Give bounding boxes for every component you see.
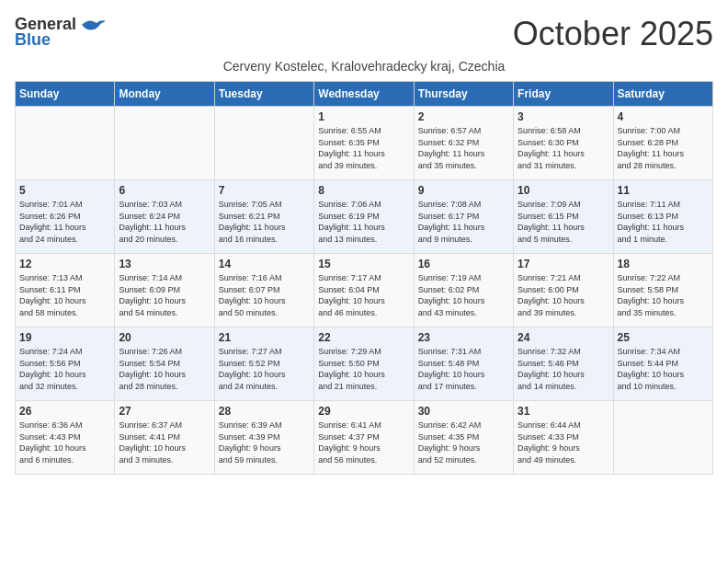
day-detail: Sunrise: 6:42 AM Sunset: 4:35 PM Dayligh… — [418, 419, 509, 465]
table-row: 2Sunrise: 6:57 AM Sunset: 6:32 PM Daylig… — [414, 107, 513, 180]
header-monday: Monday — [115, 82, 214, 107]
day-detail: Sunrise: 7:01 AM Sunset: 6:26 PM Dayligh… — [19, 199, 110, 245]
day-number: 7 — [219, 184, 310, 197]
table-row — [214, 107, 313, 180]
day-detail: Sunrise: 6:36 AM Sunset: 4:43 PM Dayligh… — [19, 419, 110, 465]
table-row: 27Sunrise: 6:37 AM Sunset: 4:41 PM Dayli… — [115, 401, 214, 475]
day-number: 16 — [418, 258, 509, 270]
table-row: 19Sunrise: 7:24 AM Sunset: 5:56 PM Dayli… — [16, 327, 115, 401]
table-row: 12Sunrise: 7:13 AM Sunset: 6:11 PM Dayli… — [16, 254, 115, 327]
header-saturday: Saturday — [613, 82, 712, 107]
day-detail: Sunrise: 7:16 AM Sunset: 6:07 PM Dayligh… — [219, 272, 310, 318]
day-number: 8 — [318, 184, 409, 197]
day-number: 18 — [618, 258, 709, 270]
table-row — [115, 107, 214, 180]
day-detail: Sunrise: 7:09 AM Sunset: 6:15 PM Dayligh… — [518, 199, 609, 245]
day-detail: Sunrise: 7:03 AM Sunset: 6:24 PM Dayligh… — [119, 199, 210, 245]
day-number: 5 — [19, 184, 110, 197]
day-number: 24 — [518, 331, 609, 344]
subtitle: Cerveny Kostelec, Kralovehradecky kraj, … — [15, 59, 713, 74]
day-number: 9 — [418, 184, 509, 197]
table-row: 10Sunrise: 7:09 AM Sunset: 6:15 PM Dayli… — [514, 180, 613, 254]
table-row: 22Sunrise: 7:29 AM Sunset: 5:50 PM Dayli… — [314, 327, 414, 401]
day-detail: Sunrise: 7:24 AM Sunset: 5:56 PM Dayligh… — [19, 346, 110, 392]
day-number: 19 — [19, 331, 110, 344]
day-number: 10 — [518, 184, 609, 197]
day-number: 6 — [119, 184, 210, 197]
day-detail: Sunrise: 6:55 AM Sunset: 6:35 PM Dayligh… — [318, 125, 409, 171]
day-detail: Sunrise: 7:14 AM Sunset: 6:09 PM Dayligh… — [119, 272, 210, 318]
calendar-header-row: Sunday Monday Tuesday Wednesday Thursday… — [16, 82, 713, 107]
day-detail: Sunrise: 7:05 AM Sunset: 6:21 PM Dayligh… — [219, 199, 310, 245]
table-row: 20Sunrise: 7:26 AM Sunset: 5:54 PM Dayli… — [115, 327, 214, 401]
week-row-2: 5Sunrise: 7:01 AM Sunset: 6:26 PM Daylig… — [16, 180, 713, 254]
day-number: 27 — [119, 405, 210, 418]
table-row: 6Sunrise: 7:03 AM Sunset: 6:24 PM Daylig… — [115, 180, 214, 254]
table-row: 18Sunrise: 7:22 AM Sunset: 5:58 PM Dayli… — [613, 254, 712, 327]
logo-bird-icon — [80, 16, 108, 34]
day-number: 11 — [618, 184, 709, 197]
day-detail: Sunrise: 6:44 AM Sunset: 4:33 PM Dayligh… — [518, 419, 609, 465]
table-row: 9Sunrise: 7:08 AM Sunset: 6:17 PM Daylig… — [414, 180, 513, 254]
day-number: 15 — [318, 258, 409, 270]
table-row — [613, 401, 712, 475]
day-detail: Sunrise: 6:57 AM Sunset: 6:32 PM Dayligh… — [418, 125, 509, 171]
table-row: 17Sunrise: 7:21 AM Sunset: 6:00 PM Dayli… — [514, 254, 613, 327]
table-row: 4Sunrise: 7:00 AM Sunset: 6:28 PM Daylig… — [613, 107, 712, 180]
header: General Blue October 2025 — [15, 15, 713, 53]
table-row: 7Sunrise: 7:05 AM Sunset: 6:21 PM Daylig… — [214, 180, 313, 254]
header-thursday: Thursday — [414, 82, 513, 107]
table-row: 29Sunrise: 6:41 AM Sunset: 4:37 PM Dayli… — [314, 401, 414, 475]
table-row: 31Sunrise: 6:44 AM Sunset: 4:33 PM Dayli… — [514, 401, 613, 475]
header-tuesday: Tuesday — [214, 82, 313, 107]
day-number: 2 — [418, 110, 509, 123]
table-row: 14Sunrise: 7:16 AM Sunset: 6:07 PM Dayli… — [214, 254, 313, 327]
logo-blue: Blue — [15, 30, 51, 50]
day-detail: Sunrise: 7:29 AM Sunset: 5:50 PM Dayligh… — [318, 346, 409, 392]
day-number: 14 — [219, 258, 310, 270]
table-row: 28Sunrise: 6:39 AM Sunset: 4:39 PM Dayli… — [214, 401, 313, 475]
calendar-table: Sunday Monday Tuesday Wednesday Thursday… — [15, 81, 713, 475]
table-row: 11Sunrise: 7:11 AM Sunset: 6:13 PM Dayli… — [613, 180, 712, 254]
day-number: 12 — [19, 258, 110, 270]
day-number: 1 — [318, 110, 409, 123]
day-detail: Sunrise: 7:27 AM Sunset: 5:52 PM Dayligh… — [219, 346, 310, 392]
day-number: 28 — [219, 405, 310, 418]
week-row-4: 19Sunrise: 7:24 AM Sunset: 5:56 PM Dayli… — [16, 327, 713, 401]
header-friday: Friday — [514, 82, 613, 107]
day-detail: Sunrise: 6:58 AM Sunset: 6:30 PM Dayligh… — [518, 125, 609, 171]
table-row: 1Sunrise: 6:55 AM Sunset: 6:35 PM Daylig… — [314, 107, 414, 180]
week-row-3: 12Sunrise: 7:13 AM Sunset: 6:11 PM Dayli… — [16, 254, 713, 327]
day-number: 3 — [518, 110, 609, 123]
day-detail: Sunrise: 6:37 AM Sunset: 4:41 PM Dayligh… — [119, 419, 210, 465]
table-row: 13Sunrise: 7:14 AM Sunset: 6:09 PM Dayli… — [115, 254, 214, 327]
header-wednesday: Wednesday — [314, 82, 414, 107]
day-detail: Sunrise: 7:32 AM Sunset: 5:46 PM Dayligh… — [518, 346, 609, 392]
day-detail: Sunrise: 7:13 AM Sunset: 6:11 PM Dayligh… — [19, 272, 110, 318]
day-detail: Sunrise: 7:08 AM Sunset: 6:17 PM Dayligh… — [418, 199, 509, 245]
table-row: 26Sunrise: 6:36 AM Sunset: 4:43 PM Dayli… — [16, 401, 115, 475]
day-detail: Sunrise: 7:00 AM Sunset: 6:28 PM Dayligh… — [618, 125, 709, 171]
day-number: 26 — [19, 405, 110, 418]
day-number: 21 — [219, 331, 310, 344]
day-detail: Sunrise: 7:22 AM Sunset: 5:58 PM Dayligh… — [618, 272, 709, 318]
day-detail: Sunrise: 7:19 AM Sunset: 6:02 PM Dayligh… — [418, 272, 509, 318]
day-number: 31 — [518, 405, 609, 418]
day-detail: Sunrise: 7:26 AM Sunset: 5:54 PM Dayligh… — [119, 346, 210, 392]
day-detail: Sunrise: 6:39 AM Sunset: 4:39 PM Dayligh… — [219, 419, 310, 465]
day-number: 29 — [318, 405, 409, 418]
day-number: 30 — [418, 405, 509, 418]
header-sunday: Sunday — [16, 82, 115, 107]
logo: General Blue — [15, 15, 108, 50]
day-detail: Sunrise: 7:21 AM Sunset: 6:00 PM Dayligh… — [518, 272, 609, 318]
day-detail: Sunrise: 7:17 AM Sunset: 6:04 PM Dayligh… — [318, 272, 409, 318]
table-row: 24Sunrise: 7:32 AM Sunset: 5:46 PM Dayli… — [514, 327, 613, 401]
day-detail: Sunrise: 6:41 AM Sunset: 4:37 PM Dayligh… — [318, 419, 409, 465]
day-number: 22 — [318, 331, 409, 344]
table-row: 5Sunrise: 7:01 AM Sunset: 6:26 PM Daylig… — [16, 180, 115, 254]
day-detail: Sunrise: 7:06 AM Sunset: 6:19 PM Dayligh… — [318, 199, 409, 245]
table-row: 8Sunrise: 7:06 AM Sunset: 6:19 PM Daylig… — [314, 180, 414, 254]
table-row — [16, 107, 115, 180]
table-row: 21Sunrise: 7:27 AM Sunset: 5:52 PM Dayli… — [214, 327, 313, 401]
day-detail: Sunrise: 7:11 AM Sunset: 6:13 PM Dayligh… — [618, 199, 709, 245]
